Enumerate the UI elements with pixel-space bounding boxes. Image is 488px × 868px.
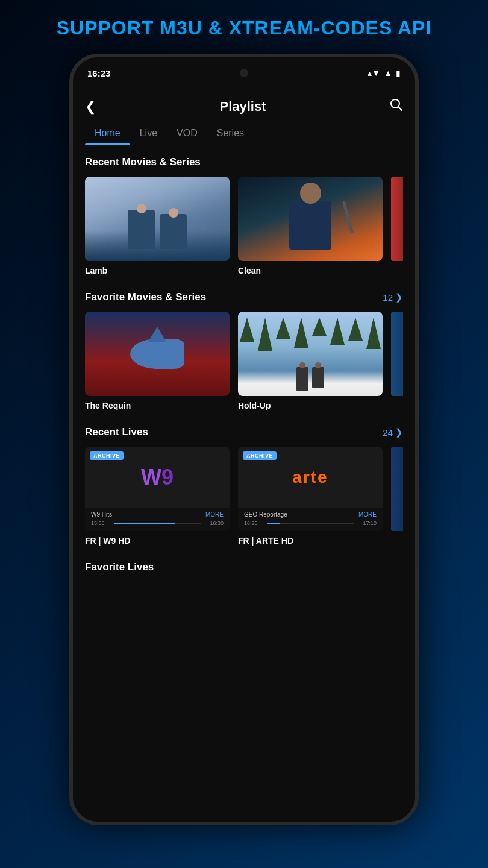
live-thumb-w9: ARCHIVE W9 W9 Hits MORE 15:00 (85, 447, 230, 531)
time-start-w9: 15:00 (91, 520, 110, 526)
svg-line-1 (398, 107, 402, 111)
progress-area-w9: W9 Hits MORE 15:00 16:30 (85, 508, 230, 531)
movie-label-lamb: Lamb (85, 266, 230, 275)
archive-badge-w9: ARCHIVE (90, 451, 124, 460)
movie-label-holdup: Hold-Up (238, 401, 383, 410)
recent-movies-title: Recent Movies & Series (85, 156, 201, 168)
channel-name-arte: FR | ARTE HD (238, 536, 383, 546)
movie-card-clean[interactable]: Clean (238, 177, 383, 275)
movie-card-partial (391, 177, 403, 275)
page-header: SUPPORT M3U & XTREAM-CODES API (0, 17, 488, 39)
live-partial-card (391, 447, 403, 546)
time-end-arte: 17:10 (357, 520, 377, 526)
favorite-movies-row: The Requin (85, 312, 403, 410)
phone-frame: 16:23 ▴▼ ▲ ▮ ❮ Playlist (69, 54, 419, 825)
app-header: ❮ Playlist (73, 89, 415, 122)
movie-card-holdup[interactable]: Hold-Up (238, 312, 383, 410)
time-end-w9: 16:30 (204, 520, 224, 526)
recent-lives-count[interactable]: 24 ❯ (383, 427, 403, 438)
movie-label-clean: Clean (238, 266, 383, 275)
tab-home[interactable]: Home (85, 122, 130, 145)
progress-area-arte: GEO Reportage MORE 16:20 17:10 (238, 508, 383, 531)
favorite-lives-title: Favorite Lives (85, 561, 154, 573)
chevron-right-icon-2: ❯ (395, 427, 403, 438)
tab-series[interactable]: Series (207, 122, 254, 145)
favorite-lives-header: Favorite Lives (85, 561, 403, 573)
prog-bar-w9 (114, 523, 201, 524)
movie-label-requin: The Requin (85, 401, 230, 410)
movie-thumb-clean (238, 177, 383, 261)
recent-lives-title: Recent Lives (85, 426, 148, 438)
live-card-w9[interactable]: ARCHIVE W9 W9 Hits MORE 15:00 (85, 447, 230, 546)
favorite-movies-count[interactable]: 12 ❯ (383, 292, 403, 303)
recent-movies-header: Recent Movies & Series (85, 156, 403, 168)
live-row: ARCHIVE W9 W9 Hits MORE 15:00 (85, 447, 403, 546)
movie-card-requin[interactable]: The Requin (85, 312, 230, 410)
chevron-right-icon: ❯ (395, 292, 403, 303)
prog-title-w9: W9 Hits (91, 511, 112, 518)
status-time: 16:23 (87, 68, 110, 78)
app-title: Playlist (219, 99, 266, 115)
battery-icon: ▮ (396, 68, 401, 78)
movie-card-lamb[interactable]: Lamb (85, 177, 230, 275)
signal-icon: ▲ (384, 68, 392, 78)
search-button[interactable] (390, 98, 403, 115)
back-button[interactable]: ❮ (85, 99, 96, 115)
favorite-partial-card (391, 312, 403, 410)
tab-bar: Home Live VOD Series (73, 122, 415, 145)
tab-live[interactable]: Live (130, 122, 167, 145)
recent-lives-section: Recent Lives 24 ❯ ARCHIVE W9 (73, 415, 415, 550)
time-start-arte: 16:20 (244, 520, 263, 526)
live-card-arte[interactable]: ARCHIVE arte GEO Reportage MORE 16 (238, 447, 383, 546)
favorite-lives-section: Favorite Lives (73, 550, 415, 587)
prog-title-arte: GEO Reportage (244, 511, 287, 518)
tab-vod[interactable]: VOD (167, 122, 207, 145)
favorite-movies-title: Favorite Movies & Series (85, 291, 206, 303)
movie-thumb-lamb (85, 177, 230, 261)
recent-lives-header: Recent Lives 24 ❯ (85, 426, 403, 438)
phone-content: ❮ Playlist Home Live VOD (73, 89, 415, 822)
prog-bar-arte (267, 523, 354, 524)
channel-name-w9: FR | W9 HD (85, 536, 230, 546)
status-bar: 16:23 ▴▼ ▲ ▮ (73, 57, 415, 89)
camera-dot (240, 69, 248, 77)
favorite-movies-section: Favorite Movies & Series 12 ❯ The Requin (73, 280, 415, 415)
recent-movies-row: Lamb Clean (85, 177, 403, 275)
recent-movies-section: Recent Movies & Series Lamb (73, 145, 415, 280)
prog-more-w9[interactable]: MORE (205, 511, 224, 518)
status-icons: ▴▼ ▲ ▮ (368, 68, 401, 78)
live-thumb-arte: ARCHIVE arte GEO Reportage MORE 16 (238, 447, 383, 531)
archive-badge-arte: ARCHIVE (243, 451, 277, 460)
favorite-movies-header: Favorite Movies & Series 12 ❯ (85, 291, 403, 303)
movie-thumb-requin (85, 312, 230, 396)
movie-thumb-holdup (238, 312, 383, 396)
wifi-icon: ▴▼ (368, 68, 380, 78)
prog-more-arte[interactable]: MORE (358, 511, 377, 518)
